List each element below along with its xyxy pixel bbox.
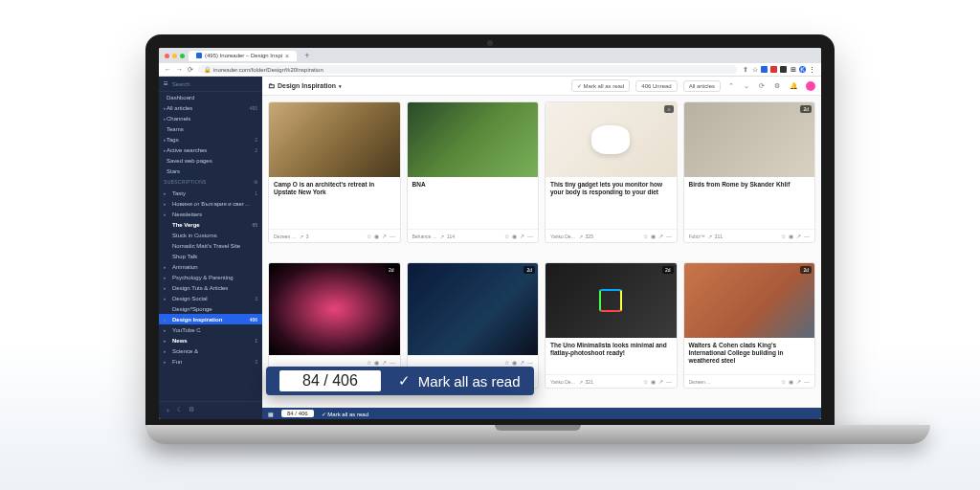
sidebar-sub-youtube[interactable]: YouTube C: [159, 324, 262, 335]
eye-icon[interactable]: ◉: [651, 233, 656, 239]
open-icon[interactable]: ↗: [658, 233, 663, 239]
sidebar-item-active-searches[interactable]: Active searches2: [159, 145, 262, 155]
sidebar-sub-shop-talk[interactable]: Shop Talk: [159, 251, 262, 261]
article-title: Camp O is an architect's retreat in Upst…: [274, 181, 395, 196]
open-icon[interactable]: ↗: [796, 233, 801, 239]
sidebar-sub-design-sponge[interactable]: Design*Sponge: [159, 303, 262, 314]
forward-icon[interactable]: →: [176, 66, 183, 73]
sidebar-sub-stuck-customs[interactable]: Stuck in Customs: [159, 230, 262, 240]
gear-icon[interactable]: ⚙: [254, 179, 257, 185]
sidebar-sub-verge[interactable]: The Verge65: [159, 219, 262, 230]
article-thumbnail: 2d: [684, 102, 815, 177]
star-icon[interactable]: ☆: [643, 233, 648, 239]
options-icon[interactable]: ⚙: [772, 82, 782, 90]
avatar-icon[interactable]: K: [799, 66, 806, 73]
sidebar-sub-design-inspiration[interactable]: Design Inspiration406: [159, 314, 262, 324]
favicon-icon: [196, 53, 202, 58]
sidebar-sub-psychology[interactable]: Psychology & Parenting: [159, 272, 262, 282]
sidebar-sub-nomadic-matt[interactable]: Nomadic Matt's Travel Site: [159, 240, 262, 251]
sidebar-item-saved-pages[interactable]: Saved web pages: [159, 155, 262, 166]
extension-icons: ⇧ ☆ ⊞ K ⋮: [742, 66, 815, 73]
sidebar-sub-fun[interactable]: Fun3: [159, 356, 262, 367]
browser-tab-strip: (495) Inoreader – Design Inspi × +: [159, 48, 821, 63]
more-icon[interactable]: ⋯: [390, 233, 395, 239]
eye-icon[interactable]: ◉: [512, 233, 517, 239]
star-icon[interactable]: ☆: [751, 66, 758, 73]
sidebar-sub-news-bg[interactable]: Новини от България и свет…: [159, 198, 262, 209]
reload-icon[interactable]: ⟳: [188, 66, 193, 74]
puzzle-icon[interactable]: ⊞: [790, 66, 796, 73]
minimize-window-icon[interactable]: [172, 54, 177, 58]
sidebar-item-stars[interactable]: Stars: [159, 166, 262, 176]
sidebar-item-dashboard[interactable]: Dashboard: [159, 92, 262, 102]
open-icon[interactable]: ↗: [382, 233, 387, 239]
article-card[interactable]: 2d The Uno Minimalista looks minimal and…: [545, 262, 678, 389]
chevron-up-icon[interactable]: ⌃: [726, 82, 736, 90]
bell-icon[interactable]: 🔔: [788, 82, 800, 90]
refresh-icon[interactable]: ⟳: [757, 82, 767, 90]
star-icon[interactable]: ☆: [504, 233, 509, 239]
add-icon[interactable]: ＋: [165, 406, 171, 415]
ext2-icon[interactable]: [770, 66, 777, 73]
chevron-down-icon[interactable]: ⌄: [742, 82, 751, 90]
settings-icon[interactable]: ⚙: [189, 406, 194, 415]
url-text: inoreader.com/folder/Design%20Inspiratio…: [213, 67, 323, 73]
star-icon[interactable]: ☆: [781, 233, 786, 239]
sidebar-item-channels[interactable]: Channels: [159, 113, 262, 123]
grid-view-icon[interactable]: ▦: [268, 411, 274, 417]
star-icon[interactable]: ☆: [367, 233, 371, 239]
tab-close-icon[interactable]: ×: [285, 53, 289, 59]
article-card[interactable]: 2d Walters & Cohen clads King's Internat…: [683, 262, 816, 389]
browser-tab[interactable]: (495) Inoreader – Design Inspi ×: [189, 51, 297, 61]
ext3-icon[interactable]: [780, 66, 787, 73]
maximize-window-icon[interactable]: [180, 54, 185, 58]
share-icon[interactable]: ⇧: [742, 66, 748, 73]
sidebar-sub-design-social[interactable]: Design Social3: [159, 293, 262, 303]
article-thumbnail: 2d: [684, 263, 815, 338]
sidebar-sub-science[interactable]: Science &: [159, 345, 262, 356]
new-tab-button[interactable]: +: [301, 51, 313, 60]
search-input[interactable]: Search: [172, 81, 257, 87]
sidebar-item-teams[interactable]: Teams: [159, 123, 262, 134]
sidebar-sub-tasty[interactable]: Tasty1: [159, 188, 262, 198]
eye-icon[interactable]: ◉: [789, 233, 793, 239]
footer-bar: ▦ 84 / 406 ✓ Mark all as read: [262, 408, 821, 419]
unread-filter-button[interactable]: 406 Unread: [635, 80, 677, 92]
sidebar-sub-newsletters[interactable]: Newsletters: [159, 209, 262, 219]
sidebar-sub-animation[interactable]: Animation: [159, 261, 262, 272]
window-controls[interactable]: [165, 54, 185, 58]
ext1-icon[interactable]: [761, 66, 768, 73]
article-title: This tiny gadget lets you monitor how yo…: [550, 181, 672, 196]
folder-title[interactable]: 🗀 Design Inspiration ▾: [268, 82, 342, 89]
magnified-mark-all-read[interactable]: ✓ Mark all as read: [398, 372, 521, 390]
url-input[interactable]: 🔒 inoreader.com/folder/Design%20Inspirat…: [198, 65, 737, 74]
article-thumbnail: [408, 102, 539, 177]
moon-icon[interactable]: ☾: [177, 406, 183, 415]
article-card[interactable]: 2d Birds from Rome by Skander Khlif Fubi…: [683, 101, 816, 243]
sidebar-sub-news[interactable]: News1: [159, 335, 262, 345]
open-icon[interactable]: ↗: [520, 233, 524, 239]
close-window-icon[interactable]: [165, 54, 169, 58]
article-thumbnail: [269, 102, 400, 177]
magnified-counter: 84 / 406: [279, 370, 381, 391]
all-articles-filter-button[interactable]: All articles: [683, 80, 721, 92]
avatar-icon[interactable]: [806, 81, 815, 91]
sidebar-item-all-articles[interactable]: All articles495: [159, 102, 262, 113]
more-icon[interactable]: ⋯: [804, 233, 810, 239]
mark-all-read-footer[interactable]: ✓ Mark all as read: [322, 411, 368, 417]
sidebar-sub-design-tuts[interactable]: Design Tuts & Articles: [159, 282, 262, 293]
article-card[interactable]: ○ This tiny gadget lets you monitor how …: [545, 101, 678, 243]
mark-all-read-button[interactable]: ✓Mark all as read: [571, 79, 631, 92]
sidebar-section-subscriptions: SUBSCRIPTIONS⚙: [159, 176, 262, 188]
back-icon[interactable]: ←: [165, 66, 171, 73]
eye-icon[interactable]: ◉: [374, 233, 379, 239]
sidebar-item-tags[interactable]: Tags2: [159, 134, 262, 145]
menu-icon[interactable]: ⋮: [809, 66, 815, 73]
article-thumbnail: 2d: [269, 263, 400, 355]
hamburger-icon[interactable]: ≡: [164, 79, 168, 88]
article-card[interactable]: BNA Behance …↗114☆◉↗⋯: [407, 101, 540, 243]
article-card[interactable]: Camp O is an architect's retreat in Upst…: [268, 101, 401, 243]
more-icon[interactable]: ⋯: [666, 233, 672, 239]
more-icon[interactable]: ⋯: [527, 233, 533, 239]
sidebar-bottom-icons: ＋ ☾ ⚙: [159, 401, 262, 419]
